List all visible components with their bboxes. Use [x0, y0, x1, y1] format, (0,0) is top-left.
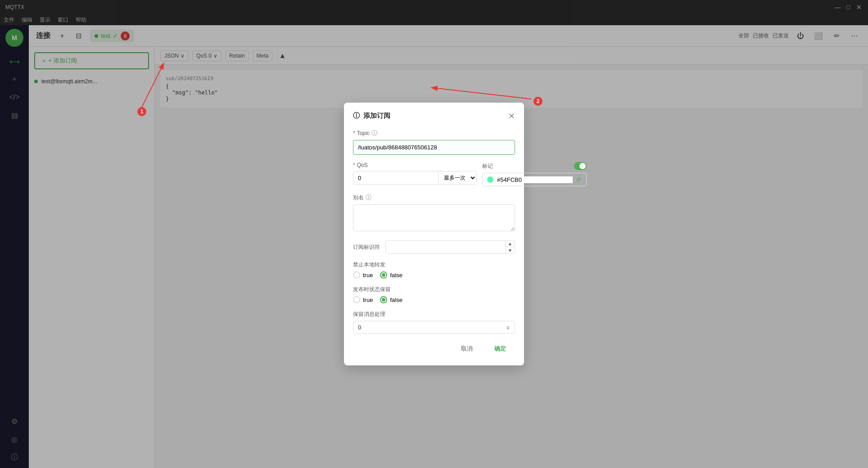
spin-up-btn[interactable]: ▲: [506, 241, 515, 247]
qos-biaoji-row: * QoS 最多一次 至少一次 只有一次 标记: [353, 162, 515, 186]
qos-section: * QoS 最多一次 至少一次 只有一次: [353, 162, 477, 186]
biaoji-section: 标记 ⟳: [482, 162, 587, 186]
topic-label: * Topic ⓘ: [353, 129, 515, 137]
retain-state-radio-group: true false: [353, 296, 515, 303]
retain-state-true-option[interactable]: true: [353, 296, 373, 303]
qos-label: * QoS: [353, 162, 477, 168]
retain-state-true-radio[interactable]: [353, 296, 360, 303]
retain-msg-label: 保留消息处理: [353, 310, 515, 318]
disable-local-group: 禁止本地转发 true false: [353, 261, 515, 279]
color-swatch: [487, 176, 493, 183]
alias-label: 别名 ⓘ: [353, 194, 515, 202]
color-input[interactable]: [497, 176, 573, 183]
alias-field-group: 别名 ⓘ: [353, 194, 515, 233]
disable-local-label: 禁止本地转发: [353, 261, 515, 269]
subscription-id-input-wrap: ▲ ▼: [385, 240, 515, 254]
retain-state-false-radio[interactable]: [380, 296, 387, 303]
spin-buttons: ▲ ▼: [505, 241, 515, 253]
modal-footer: 取消 确定: [353, 341, 515, 356]
refresh-color-btn[interactable]: ⟳: [576, 176, 582, 183]
retain-state-group: 发布时状态保留 true false: [353, 286, 515, 303]
retain-caret-icon: ∨: [506, 324, 510, 331]
qos-input-row: 最多一次 至少一次 只有一次: [353, 171, 477, 184]
color-input-row: ⟳: [482, 173, 587, 186]
disable-local-false-option[interactable]: false: [380, 271, 402, 279]
subscription-id-input[interactable]: [386, 241, 505, 253]
disable-local-radio-group: true false: [353, 271, 515, 279]
subscription-id-row: 订阅标识符 ▲ ▼: [353, 240, 515, 254]
qos-number-input[interactable]: [353, 172, 438, 184]
topic-info-icon: ⓘ: [371, 129, 377, 137]
biaoji-label: 标记: [482, 162, 587, 170]
subscribe-modal: ⓘ 添加订阅 ✕ * Topic ⓘ * QoS: [344, 103, 524, 365]
modal-close-btn[interactable]: ✕: [508, 112, 515, 120]
retain-msg-value: 0: [358, 324, 361, 331]
modal-info-icon: ⓘ: [353, 112, 360, 120]
cancel-button[interactable]: 取消: [454, 341, 480, 356]
disable-local-true-option[interactable]: true: [353, 271, 373, 279]
retain-state-false-option[interactable]: false: [380, 296, 402, 303]
retain-msg-group: 保留消息处理 0 ∨: [353, 310, 515, 334]
alias-input[interactable]: [353, 204, 515, 231]
disable-local-false-radio[interactable]: [380, 271, 387, 279]
modal-header: ⓘ 添加订阅 ✕: [353, 112, 515, 120]
topic-required-star: *: [353, 130, 355, 136]
topic-field-group: * Topic ⓘ: [353, 129, 515, 155]
alias-info-icon: ⓘ: [366, 194, 371, 202]
subscription-id-label: 订阅标识符: [353, 243, 380, 251]
modal-title: ⓘ 添加订阅: [353, 112, 390, 120]
biaoji-toggle[interactable]: [574, 162, 587, 170]
disable-local-true-radio[interactable]: [353, 271, 360, 279]
topic-input[interactable]: [353, 140, 515, 155]
modal-overlay: ⓘ 添加订阅 ✕ * Topic ⓘ * QoS: [0, 0, 868, 468]
qos-select[interactable]: 最多一次 至少一次 只有一次: [438, 171, 476, 184]
retain-msg-select[interactable]: 0 ∨: [353, 321, 515, 334]
retain-state-label: 发布时状态保留: [353, 286, 515, 293]
qos-required-star: *: [353, 162, 355, 168]
spin-down-btn[interactable]: ▼: [506, 247, 515, 253]
confirm-button[interactable]: 确定: [485, 341, 515, 356]
